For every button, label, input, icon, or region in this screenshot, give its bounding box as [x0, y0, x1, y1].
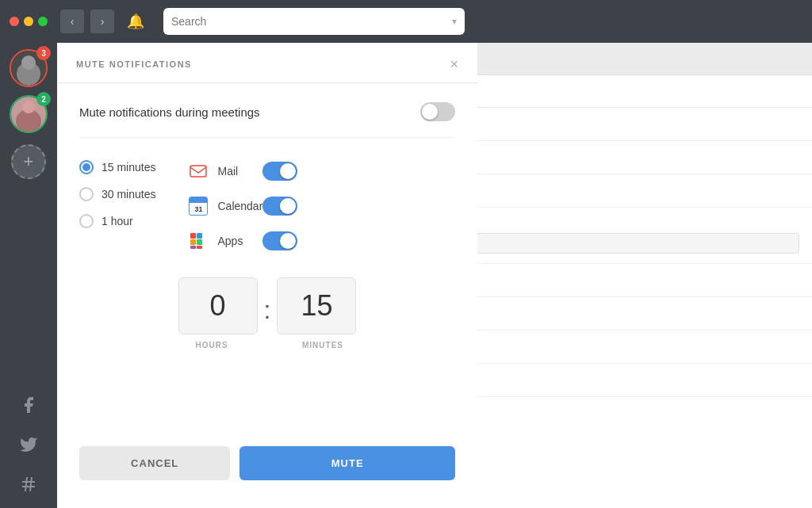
- minutes-label: MINUTES: [283, 341, 362, 349]
- forward-button[interactable]: ›: [90, 10, 114, 33]
- twitter-icon: [19, 435, 38, 454]
- modal-body: Mute notifications during meetings 15 mi…: [57, 83, 477, 446]
- svg-rect-8: [197, 239, 202, 245]
- option-30min-label: 30 minutes: [102, 188, 155, 201]
- user1-badge: 3: [36, 46, 51, 60]
- option-15min-label: 15 minutes: [102, 161, 155, 174]
- sidebar-item-twitter[interactable]: [11, 427, 46, 462]
- mute-modal: MUTE NOTIFICATIONS × Mute notifications …: [57, 43, 477, 502]
- minutes-box: 15: [277, 277, 356, 334]
- svg-line-2: [25, 477, 27, 491]
- sidebar-item-hashtag[interactable]: [11, 467, 46, 502]
- sidebar: 3 2 +: [0, 43, 57, 508]
- mail-toggle[interactable]: [262, 162, 297, 181]
- option-1hour[interactable]: 1 hour: [79, 214, 155, 228]
- top-bar: ‹ › 🔔 ▾: [0, 0, 812, 43]
- facebook-icon: [19, 395, 38, 414]
- calendar-icon: 31: [187, 195, 209, 217]
- search-input[interactable]: [171, 15, 452, 28]
- maximize-dot[interactable]: [38, 17, 48, 26]
- mute-during-toggle[interactable]: [420, 102, 455, 121]
- sidebar-item-facebook[interactable]: [11, 388, 46, 422]
- main-layout: 3 2 +: [0, 43, 812, 508]
- svg-line-3: [30, 477, 32, 491]
- colon-spacer: [258, 341, 277, 349]
- option-15min[interactable]: 15 minutes: [79, 160, 155, 174]
- minimize-dot[interactable]: [24, 17, 33, 26]
- svg-rect-10: [197, 246, 202, 249]
- user2-badge: 2: [36, 92, 51, 106]
- option-1hour-label: 1 hour: [102, 215, 133, 227]
- option-30min[interactable]: 30 minutes: [79, 187, 155, 201]
- options-columns: 15 minutes 30 minutes 1 hour: [79, 160, 455, 252]
- radio-30min: [79, 187, 94, 201]
- modal-footer: CANCEL MUTE: [57, 446, 477, 502]
- apps-notif-row: Apps: [187, 230, 297, 252]
- radio-1hour: [79, 214, 94, 228]
- time-display: 0 : 15: [79, 277, 455, 334]
- apps-notif-label: Apps: [217, 235, 243, 247]
- svg-rect-4: [190, 166, 206, 177]
- svg-rect-6: [197, 233, 202, 239]
- content-area: MUTE NOTIFICATIONS × Mute notifications …: [57, 43, 812, 508]
- cancel-button[interactable]: CANCEL: [79, 446, 230, 480]
- search-chevron-icon: ▾: [452, 16, 457, 27]
- duration-options: 15 minutes 30 minutes 1 hour: [79, 160, 155, 230]
- mute-during-meetings-row: Mute notifications during meetings: [79, 102, 455, 138]
- calendar-notif-label: Calendar: [217, 200, 262, 212]
- user2-avatar-wrapper[interactable]: 2: [10, 95, 48, 133]
- radio-15min: [79, 160, 94, 174]
- add-account-button[interactable]: +: [11, 144, 46, 179]
- apps-icon: [187, 230, 209, 252]
- modal-title: MUTE NOTIFICATIONS: [76, 59, 192, 69]
- back-button[interactable]: ‹: [60, 10, 84, 33]
- calendar-toggle[interactable]: [262, 197, 297, 216]
- hours-box: 0: [178, 277, 258, 334]
- mail-label: Mail: [187, 160, 238, 182]
- time-labels: HOURS MINUTES: [79, 341, 455, 349]
- search-bar: ▾: [163, 8, 465, 35]
- close-dot[interactable]: [10, 17, 19, 26]
- notifications-button[interactable]: 🔔: [121, 10, 151, 33]
- notification-types: Mail 31: [187, 160, 297, 252]
- mail-notif-label: Mail: [217, 165, 238, 178]
- calendar-notif-row: 31 Calendar: [187, 195, 297, 217]
- apps-toggle[interactable]: [262, 231, 297, 250]
- time-colon: :: [264, 296, 271, 325]
- modal-header: MUTE NOTIFICATIONS ×: [57, 43, 477, 83]
- user1-avatar-wrapper[interactable]: 3: [10, 49, 48, 87]
- hours-label: HOURS: [172, 341, 251, 349]
- mail-icon: [187, 160, 209, 182]
- hashtag-icon: [19, 475, 38, 494]
- mute-during-label: Mute notifications during meetings: [79, 105, 260, 119]
- traffic-lights: [10, 17, 48, 26]
- mute-button[interactable]: MUTE: [239, 446, 455, 480]
- modal-close-button[interactable]: ×: [450, 57, 458, 71]
- svg-rect-9: [190, 246, 196, 249]
- svg-rect-7: [190, 239, 196, 245]
- svg-rect-5: [190, 233, 196, 239]
- mail-notif-row: Mail: [187, 160, 297, 182]
- apps-label: Apps: [187, 230, 243, 252]
- calendar-label: 31 Calendar: [187, 195, 262, 217]
